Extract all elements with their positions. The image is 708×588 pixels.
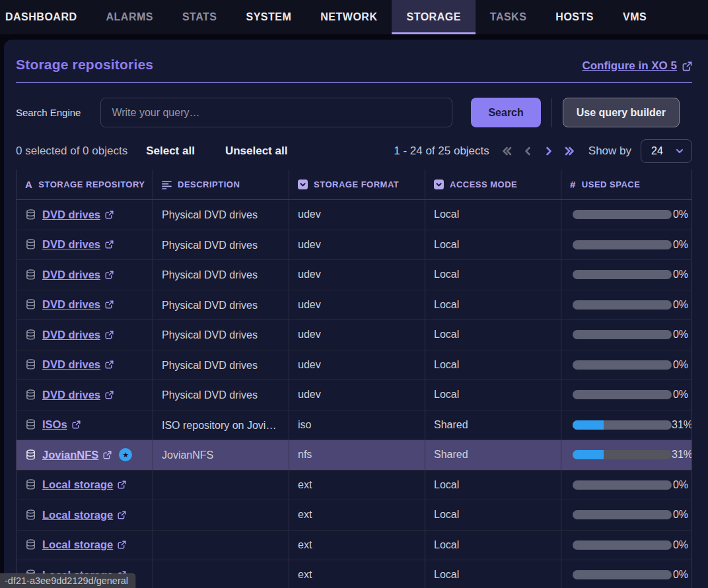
- storage-repository-link[interactable]: Local storage: [42, 478, 126, 491]
- storage-repository-link[interactable]: Local storage: [42, 539, 126, 551]
- description-cell: [153, 560, 289, 588]
- prev-page-icon[interactable]: [520, 143, 536, 159]
- query-builder-button[interactable]: Use query builder: [563, 98, 680, 127]
- search-input[interactable]: [100, 98, 452, 127]
- access-mode-cell: Local: [425, 560, 561, 588]
- unselect-all-button[interactable]: Unselect all: [225, 145, 288, 158]
- access-mode-cell: Local: [425, 500, 561, 530]
- access-mode-cell: Shared: [425, 440, 561, 470]
- external-link-icon: [105, 211, 114, 219]
- access-mode-cell: Local: [425, 531, 561, 560]
- table-row[interactable]: Local storage ext Local 0%: [16, 531, 692, 561]
- control-row: 0 selected of 0 objects Select all Unsel…: [16, 138, 692, 164]
- page-title: Storage repositories: [16, 57, 153, 73]
- storage-repository-name: DVD drives: [42, 269, 100, 281]
- table-row[interactable]: DVD drives Physical DVD drives udev Loca…: [16, 380, 692, 410]
- used-space-progress-bar: [573, 330, 672, 339]
- used-space-cell: 0%: [561, 260, 692, 290]
- table-row[interactable]: ISOs ISO repository on Jovia… iso Shared…: [16, 410, 692, 441]
- table-row[interactable]: DVD drives Physical DVD drives udev Loca…: [16, 200, 692, 230]
- used-space-percent: 0%: [673, 539, 688, 551]
- column-header-storage-repository[interactable]: A STORAGE REPOSITORY: [16, 170, 153, 199]
- table-row[interactable]: DVD drives Physical DVD drives udev Loca…: [16, 260, 692, 290]
- connected-star-badge: ★: [119, 448, 132, 461]
- description-cell: [153, 531, 289, 560]
- used-space-progress-bar: [573, 570, 672, 579]
- access-mode-cell: Local: [425, 380, 561, 410]
- storage-repository-link[interactable]: DVD drives: [42, 298, 114, 311]
- storage-repository-link[interactable]: DVD drives: [42, 269, 114, 281]
- used-space-cell: 0%: [561, 320, 692, 350]
- used-space-cell: 0%: [561, 531, 692, 560]
- external-link-icon: [105, 300, 114, 309]
- database-icon: [25, 359, 36, 370]
- database-icon: [25, 269, 36, 280]
- storage-repository-name: DVD drives: [42, 298, 100, 311]
- nav-tab-system[interactable]: SYSTEM: [232, 0, 306, 34]
- description-cell: JovianNFS: [153, 440, 289, 470]
- access-mode-cell: Local: [425, 320, 561, 350]
- used-space-progress-bar: [573, 420, 672, 430]
- used-space-percent: 0%: [673, 239, 688, 251]
- configure-xo5-label: Configure in XO 5: [582, 59, 677, 73]
- storage-repository-link[interactable]: DVD drives: [42, 329, 114, 341]
- table-row[interactable]: DVD drives Physical DVD drives udev Loca…: [16, 290, 692, 321]
- used-space-cell: 31%: [561, 410, 692, 440]
- storage-repository-name: DVD drives: [42, 358, 100, 371]
- nav-tab-alarms[interactable]: ALARMS: [92, 0, 168, 34]
- used-space-cell: 0%: [561, 230, 692, 260]
- page-size-select[interactable]: 24: [641, 139, 692, 163]
- nav-tab-storage[interactable]: STORAGE: [392, 0, 475, 34]
- column-header-used-space[interactable]: # USED SPACE: [561, 170, 692, 199]
- storage-repository-link[interactable]: DVD drives: [42, 209, 114, 221]
- table-row[interactable]: DVD drives Physical DVD drives udev Loca…: [16, 350, 692, 381]
- database-icon: [25, 419, 36, 430]
- used-space-progress-fill: [573, 420, 604, 430]
- last-page-icon[interactable]: [562, 143, 578, 159]
- storage-repository-link[interactable]: Local storage: [42, 509, 126, 521]
- external-link-icon: [682, 61, 692, 71]
- nav-tab-vms[interactable]: VMS: [608, 0, 661, 34]
- description-cell: Physical DVD drives: [153, 200, 289, 230]
- description-cell: Physical DVD drives: [153, 380, 289, 410]
- table-header: A STORAGE REPOSITORY DESCRIPTION STORAGE…: [16, 170, 692, 200]
- table-row[interactable]: Local storage ext Local 0%: [16, 500, 692, 531]
- table-row[interactable]: DVD drives Physical DVD drives udev Loca…: [16, 230, 692, 261]
- nav-tab-network[interactable]: NETWORK: [306, 0, 392, 34]
- storage-repository-link[interactable]: DVD drives: [42, 238, 114, 251]
- storage-format-cell: udev: [289, 290, 425, 320]
- search-divider: [551, 98, 552, 127]
- storage-repository-link[interactable]: DVD drives: [42, 389, 114, 401]
- top-nav: DASHBOARD ALARMS STATS SYSTEM NETWORK ST…: [0, 0, 708, 34]
- configure-xo5-link[interactable]: Configure in XO 5: [582, 59, 692, 73]
- storage-panel: Storage repositories Configure in XO 5 S…: [4, 40, 708, 588]
- used-space-percent: 0%: [673, 209, 688, 220]
- next-page-icon[interactable]: [541, 143, 557, 159]
- used-space-cell: 0%: [561, 500, 692, 530]
- page-size-value: 24: [651, 145, 663, 157]
- pagination-range: 1 - 24 of 25 objects: [394, 145, 489, 158]
- column-header-storage-format[interactable]: STORAGE FORMAT: [289, 170, 425, 199]
- column-header-access-mode[interactable]: ACCESS MODE: [425, 170, 561, 199]
- access-mode-cell: Local: [425, 230, 561, 260]
- storage-repository-link[interactable]: JovianNFS: [42, 449, 112, 461]
- table-row[interactable]: DVD drives Physical DVD drives udev Loca…: [16, 320, 692, 350]
- description-cell: Physical DVD drives: [153, 350, 289, 380]
- nav-tab-dashboard[interactable]: DASHBOARD: [0, 0, 92, 34]
- table-row[interactable]: JovianNFS ★ JovianNFS nfs Shared 31%: [16, 440, 692, 471]
- nav-tab-hosts[interactable]: HOSTS: [541, 0, 608, 34]
- nav-tab-tasks[interactable]: TASKS: [476, 0, 542, 34]
- search-button[interactable]: Search: [471, 98, 540, 127]
- used-space-percent: 0%: [673, 299, 688, 311]
- used-space-progress-bar: [573, 390, 672, 399]
- storage-format-cell: udev: [289, 320, 425, 350]
- first-page-icon[interactable]: [499, 143, 514, 159]
- select-all-button[interactable]: Select all: [146, 145, 195, 158]
- column-header-description[interactable]: DESCRIPTION: [153, 170, 289, 199]
- database-icon: [25, 329, 36, 341]
- nav-tab-stats[interactable]: STATS: [168, 0, 232, 34]
- used-space-percent: 0%: [673, 569, 688, 581]
- storage-repository-link[interactable]: ISOs: [42, 418, 81, 431]
- table-row[interactable]: Local storage ext Local 0%: [16, 471, 692, 501]
- storage-repository-link[interactable]: DVD drives: [42, 358, 114, 371]
